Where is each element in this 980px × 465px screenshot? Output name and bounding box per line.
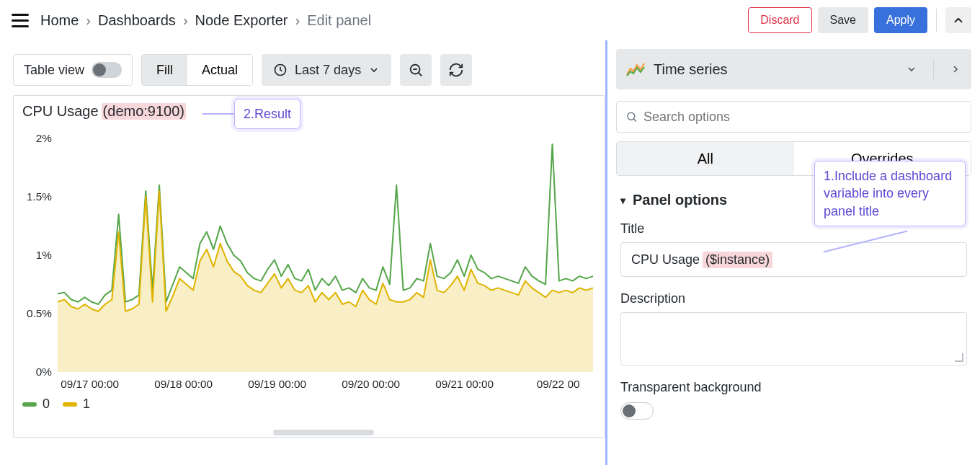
breadcrumb-sep: ›	[183, 12, 188, 29]
svg-text:0.5%: 0.5%	[27, 307, 52, 319]
section-title: Panel options	[633, 192, 727, 208]
panel-preview: CPU Usage (demo:9100) 2.Result 0%0.5%1%1…	[13, 95, 605, 438]
description-field-label: Description	[620, 291, 967, 306]
refresh-icon	[448, 62, 464, 78]
size-segment: Fill Actual	[141, 54, 253, 86]
breadcrumb-sep: ›	[295, 12, 300, 29]
svg-text:09/21 00:00: 09/21 00:00	[435, 378, 494, 390]
tab-all[interactable]: All	[617, 142, 794, 175]
breadcrumb-dashboards[interactable]: Dashboards	[98, 12, 176, 29]
options-search-input[interactable]	[643, 110, 962, 125]
top-actions: Discard Save Apply	[748, 7, 971, 33]
svg-text:09/19 00:00: 09/19 00:00	[248, 378, 306, 390]
horizontal-scrollbar[interactable]	[273, 430, 374, 435]
chevron-down-icon	[368, 64, 380, 76]
time-range-label: Last 7 days	[295, 63, 361, 78]
size-fill-button[interactable]: Fill	[142, 55, 187, 85]
svg-text:09/22 00: 09/22 00	[537, 378, 580, 390]
options-search[interactable]	[616, 101, 971, 133]
description-textarea[interactable]	[620, 312, 967, 366]
panel-title: CPU Usage (demo:9100)	[22, 103, 596, 120]
refresh-button[interactable]	[440, 54, 472, 86]
table-view-label: Table view	[24, 63, 84, 78]
annotation-result: 2.Result	[234, 99, 300, 129]
svg-text:0%: 0%	[36, 366, 52, 378]
clock-icon	[273, 63, 288, 77]
title-variable-highlight: ($instance)	[703, 252, 772, 268]
save-button[interactable]: Save	[818, 7, 868, 33]
breadcrumbs: Home › Dashboards › Node Exporter › Edit…	[40, 12, 371, 29]
breadcrumb-home[interactable]: Home	[40, 12, 79, 29]
svg-text:09/18 00:00: 09/18 00:00	[154, 378, 213, 390]
svg-line-16	[633, 119, 636, 122]
table-view-toggle[interactable]: Table view	[13, 54, 133, 86]
menu-toggle[interactable]	[9, 9, 32, 32]
search-icon	[625, 110, 638, 123]
collapse-toolbar-button[interactable]	[945, 7, 971, 33]
transparent-bg-label: Transparent background	[620, 380, 967, 395]
table-view-switch[interactable]	[92, 62, 122, 78]
chart[interactable]: 0%0.5%1%1.5%2%09/17 00:0009/18 00:0009/1…	[22, 133, 596, 392]
size-actual-button[interactable]: Actual	[187, 55, 252, 85]
zoom-out-button[interactable]	[400, 54, 432, 86]
chevron-down-icon	[906, 63, 917, 75]
zoom-out-icon	[408, 62, 424, 78]
visualization-name: Time series	[654, 61, 897, 78]
discard-button[interactable]: Discard	[748, 7, 811, 33]
svg-point-15	[628, 112, 635, 120]
options-pane: Time series All Overrides 1.Include a da…	[605, 40, 980, 465]
breadcrumb-current: Edit panel	[307, 12, 371, 29]
chevron-down-icon: ▾	[620, 195, 625, 206]
svg-text:2%: 2%	[36, 133, 52, 144]
svg-text:1.5%: 1.5%	[27, 190, 52, 203]
annotation-tip: 1.Include a dashboard variable into ever…	[814, 161, 966, 226]
visualization-picker[interactable]: Time series	[616, 49, 971, 89]
svg-line-2	[419, 73, 422, 76]
title-input[interactable]: CPU Usage ($instance)	[620, 242, 967, 277]
legend-item-0[interactable]: 0	[22, 397, 50, 412]
preview-pane: Table view Fill Actual Last 7 days CPU U…	[0, 40, 605, 465]
divider	[936, 9, 937, 32]
time-range-picker[interactable]: Last 7 days	[262, 54, 391, 86]
apply-button[interactable]: Apply	[874, 7, 927, 33]
svg-text:09/20 00:00: 09/20 00:00	[342, 378, 400, 390]
legend-item-1[interactable]: 1	[63, 397, 90, 412]
breadcrumb-sep: ›	[86, 12, 91, 29]
breadcrumb-node-exporter[interactable]: Node Exporter	[195, 12, 288, 29]
chart-legend: 0 1	[22, 397, 596, 412]
top-bar: Home › Dashboards › Node Exporter › Edit…	[0, 0, 980, 40]
panel-title-text: CPU Usage	[22, 103, 99, 120]
svg-text:09/17 00:00: 09/17 00:00	[61, 378, 119, 390]
transparent-bg-toggle[interactable]	[620, 402, 654, 420]
time-series-icon	[626, 61, 645, 77]
panel-title-highlight: (demo:9100)	[102, 103, 186, 120]
svg-text:1%: 1%	[36, 249, 52, 261]
chevron-right-icon	[950, 63, 961, 75]
